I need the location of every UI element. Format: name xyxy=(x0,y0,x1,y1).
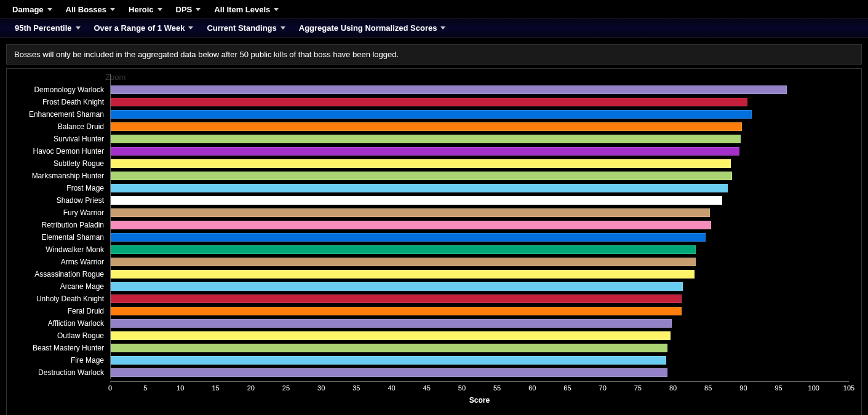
chart-bar[interactable] xyxy=(111,135,741,143)
chart-bar[interactable] xyxy=(111,368,667,377)
y-label: Unholy Death Knight xyxy=(12,294,110,303)
difficulty-label: Heroic xyxy=(129,5,153,14)
chart-bar[interactable] xyxy=(111,270,695,279)
x-tick: 55 xyxy=(493,384,501,392)
percentile-dropdown[interactable]: 95th Percentile xyxy=(15,23,81,33)
chart-bar[interactable] xyxy=(111,221,711,229)
caret-down-icon xyxy=(47,8,52,11)
caret-down-icon xyxy=(440,26,445,30)
x-tick: 80 xyxy=(669,384,677,392)
chart-bar[interactable] xyxy=(111,356,666,365)
y-label: Subtlety Rogue xyxy=(12,159,110,168)
chart-bar[interactable] xyxy=(111,110,752,119)
x-tick: 40 xyxy=(388,384,395,392)
caret-down-icon xyxy=(110,8,115,11)
y-label: Marksmanship Hunter xyxy=(12,172,110,180)
y-label: Frost Death Knight xyxy=(12,98,110,106)
percentile-label: 95th Percentile xyxy=(15,23,72,33)
chart-bar[interactable] xyxy=(111,85,787,94)
y-label: Retribution Paladin xyxy=(12,221,110,229)
x-tick: 45 xyxy=(423,384,431,392)
notice-banner: Bosses will only be included in the aggr… xyxy=(6,44,862,65)
chart-bar[interactable] xyxy=(111,245,696,254)
y-label: Havoc Demon Hunter xyxy=(12,147,110,156)
x-tick: 15 xyxy=(212,384,219,392)
caret-down-icon xyxy=(76,26,81,30)
y-label: Affliction Warlock xyxy=(12,319,110,328)
x-tick: 65 xyxy=(563,384,571,392)
y-label: Assassination Rogue xyxy=(12,270,110,279)
x-tick: 50 xyxy=(458,384,466,392)
x-tick: 95 xyxy=(774,384,782,392)
y-label: Outlaw Rogue xyxy=(12,331,110,340)
x-tick: 70 xyxy=(599,384,607,392)
aggregate-label: Aggregate Using Normalized Scores xyxy=(299,23,437,33)
range-label: Over a Range of 1 Week xyxy=(94,23,185,33)
range-dropdown[interactable]: Over a Range of 1 Week xyxy=(94,23,194,33)
x-tick: 105 xyxy=(843,384,854,392)
chart-bar[interactable] xyxy=(111,172,732,180)
chart-bar[interactable] xyxy=(111,344,667,352)
chart-bar[interactable] xyxy=(111,258,696,266)
y-label: Feral Druid xyxy=(12,307,110,315)
secondary-filter-bar: 95th Percentile Over a Range of 1 Week C… xyxy=(0,18,868,38)
chart-bars xyxy=(110,74,849,379)
x-axis-label: Score xyxy=(110,396,849,405)
chart-bar[interactable] xyxy=(111,307,682,315)
bosses-label: All Bosses xyxy=(66,5,106,14)
chart-bar[interactable] xyxy=(111,319,672,328)
standings-label: Current Standings xyxy=(207,23,276,33)
y-label: Elemental Shaman xyxy=(12,233,110,242)
damage-dropdown[interactable]: Damage xyxy=(12,5,52,14)
role-label: DPS xyxy=(176,5,193,14)
chart-bar[interactable] xyxy=(111,159,731,168)
chart-container: Zoom Demonology WarlockFrost Death Knigh… xyxy=(6,68,862,415)
standings-dropdown[interactable]: Current Standings xyxy=(207,23,285,33)
x-tick: 35 xyxy=(352,384,360,392)
chart-bar[interactable] xyxy=(111,184,728,192)
x-tick: 20 xyxy=(247,384,255,392)
x-axis: 0510152025303540455055606570758085909510… xyxy=(110,381,849,392)
chart-bar[interactable] xyxy=(111,147,739,156)
x-tick: 85 xyxy=(704,384,712,392)
y-label: Windwalker Monk xyxy=(12,245,110,254)
aggregate-dropdown[interactable]: Aggregate Using Normalized Scores xyxy=(299,23,446,33)
x-tick: 60 xyxy=(528,384,536,392)
difficulty-dropdown[interactable]: Heroic xyxy=(129,5,162,14)
x-tick: 90 xyxy=(739,384,747,392)
ilvl-dropdown[interactable]: All Item Levels xyxy=(214,5,279,14)
x-tick: 5 xyxy=(143,384,147,392)
y-label: Fire Mage xyxy=(12,356,110,365)
chart-bar[interactable] xyxy=(111,208,710,217)
y-label: Demonology Warlock xyxy=(12,85,110,94)
top-filter-bar: Damage All Bosses Heroic DPS All Item Le… xyxy=(0,0,868,18)
chart-bar[interactable] xyxy=(111,196,722,205)
chart-bar[interactable] xyxy=(111,233,706,242)
bosses-dropdown[interactable]: All Bosses xyxy=(66,5,115,14)
caret-down-icon xyxy=(188,26,193,30)
x-tick: 30 xyxy=(317,384,325,392)
chart-bar[interactable] xyxy=(111,282,683,291)
caret-down-icon xyxy=(196,8,201,11)
chart-plot: Demonology WarlockFrost Death KnightEnha… xyxy=(12,74,849,379)
y-label: Arcane Mage xyxy=(12,282,110,291)
damage-label: Damage xyxy=(12,5,44,14)
chart-bar[interactable] xyxy=(111,331,671,340)
x-tick: 25 xyxy=(282,384,290,392)
chart-bar[interactable] xyxy=(111,122,742,131)
y-axis-labels: Demonology WarlockFrost Death KnightEnha… xyxy=(12,74,110,379)
y-label: Beast Mastery Hunter xyxy=(12,344,110,352)
chart-bar[interactable] xyxy=(111,294,682,303)
y-label: Destruction Warlock xyxy=(12,368,110,377)
x-tick: 75 xyxy=(634,384,642,392)
y-label: Fury Warrior xyxy=(12,208,110,217)
y-label: Enhancement Shaman xyxy=(12,110,110,119)
ilvl-label: All Item Levels xyxy=(214,5,270,14)
role-dropdown[interactable]: DPS xyxy=(176,5,201,14)
caret-down-icon xyxy=(281,26,285,30)
caret-down-icon xyxy=(274,8,279,11)
chart-bar[interactable] xyxy=(111,98,747,106)
y-label: Frost Mage xyxy=(12,184,110,192)
y-label: Arms Warrior xyxy=(12,258,110,266)
x-tick: 10 xyxy=(177,384,184,392)
